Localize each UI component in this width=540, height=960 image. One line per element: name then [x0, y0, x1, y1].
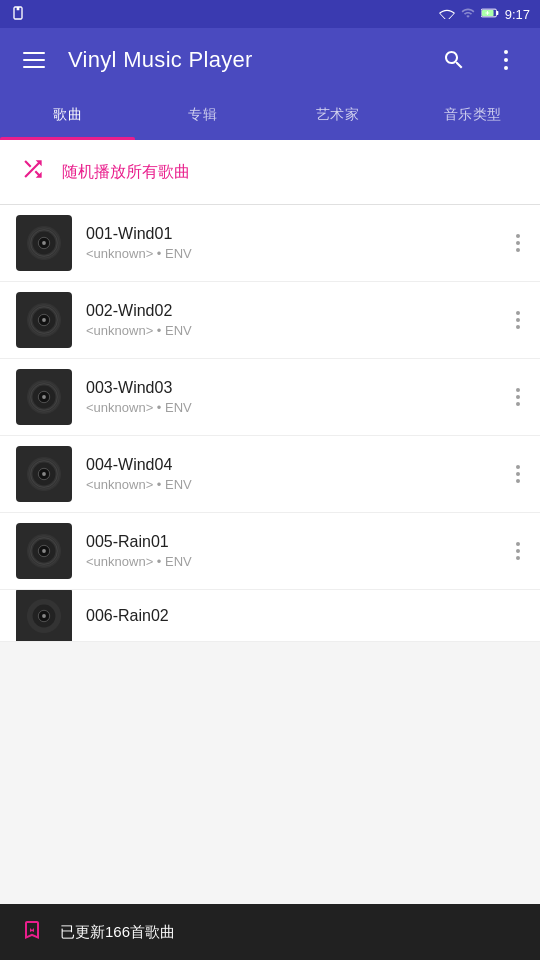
song-thumbnail [16, 590, 72, 642]
bottom-toast: 已更新166首歌曲 [0, 904, 540, 960]
vinyl-disc-icon [25, 455, 63, 493]
status-right: 9:17 [439, 6, 530, 23]
svg-point-14 [42, 318, 46, 322]
time-display: 9:17 [505, 7, 530, 22]
vinyl-disc-icon [25, 224, 63, 262]
song-title: 005-Rain01 [86, 533, 498, 551]
song-title: 001-Wind01 [86, 225, 498, 243]
song-meta: <unknown> • ENV [86, 477, 498, 492]
hamburger-icon [23, 52, 45, 68]
svg-point-38 [42, 614, 46, 618]
song-title: 006-Rain02 [86, 607, 524, 625]
shuffle-row[interactable]: 随机播放所有歌曲 [0, 140, 540, 205]
tab-artists[interactable]: 艺术家 [270, 92, 405, 138]
song-more-button[interactable] [512, 303, 524, 337]
song-thumbnail [16, 292, 72, 348]
song-more-button[interactable] [512, 457, 524, 491]
list-item[interactable]: 004-Wind04 <unknown> • ENV [0, 436, 540, 513]
sim-icon [10, 5, 26, 24]
song-thumbnail [16, 215, 72, 271]
vinyl-disc-icon [25, 301, 63, 339]
vinyl-disc-icon [25, 378, 63, 416]
app-bar: Vinyl Music Player [0, 28, 540, 92]
song-more-button[interactable] [512, 226, 524, 260]
song-info: 001-Wind01 <unknown> • ENV [86, 225, 498, 261]
song-title: 003-Wind03 [86, 379, 498, 397]
tab-albums[interactable]: 专辑 [135, 92, 270, 138]
signal-icon [461, 6, 475, 23]
shuffle-icon [20, 156, 46, 188]
song-more-button[interactable] [512, 380, 524, 414]
list-item[interactable]: 006-Rain02 [0, 590, 540, 642]
song-meta: <unknown> • ENV [86, 554, 498, 569]
song-thumbnail [16, 369, 72, 425]
svg-point-8 [42, 241, 46, 245]
toast-message: 已更新166首歌曲 [60, 923, 175, 942]
menu-button[interactable] [16, 42, 52, 78]
svg-rect-1 [496, 11, 498, 15]
overflow-menu-button[interactable] [488, 42, 524, 78]
page-title: Vinyl Music Player [68, 47, 420, 73]
list-item[interactable]: 001-Wind01 <unknown> • ENV [0, 205, 540, 282]
song-list: 001-Wind01 <unknown> • ENV 002-Wind02 <u… [0, 205, 540, 642]
search-icon [442, 48, 466, 72]
song-thumbnail [16, 523, 72, 579]
wifi-icon [439, 7, 455, 22]
shuffle-label: 随机播放所有歌曲 [62, 162, 190, 183]
tab-genres[interactable]: 音乐类型 [405, 92, 540, 138]
song-info: 003-Wind03 <unknown> • ENV [86, 379, 498, 415]
list-item[interactable]: 005-Rain01 <unknown> • ENV [0, 513, 540, 590]
list-item[interactable]: 002-Wind02 <unknown> • ENV [0, 282, 540, 359]
song-title: 004-Wind04 [86, 456, 498, 474]
status-bar: 9:17 [0, 0, 540, 28]
vinyl-disc-icon [25, 597, 63, 635]
song-meta: <unknown> • ENV [86, 400, 498, 415]
song-title: 002-Wind02 [86, 302, 498, 320]
song-meta: <unknown> • ENV [86, 246, 498, 261]
more-vert-icon [504, 50, 508, 70]
tabs-container: 歌曲 专辑 艺术家 音乐类型 [0, 92, 540, 140]
song-info: 006-Rain02 [86, 607, 524, 625]
song-thumbnail [16, 446, 72, 502]
song-info: 005-Rain01 <unknown> • ENV [86, 533, 498, 569]
vinyl-disc-icon [25, 532, 63, 570]
list-item[interactable]: 003-Wind03 <unknown> • ENV [0, 359, 540, 436]
music-bookmark-icon [20, 918, 44, 946]
battery-icon [481, 7, 499, 22]
svg-point-20 [42, 395, 46, 399]
svg-point-26 [42, 472, 46, 476]
search-button[interactable] [436, 42, 472, 78]
tab-songs[interactable]: 歌曲 [0, 92, 135, 138]
song-info: 004-Wind04 <unknown> • ENV [86, 456, 498, 492]
svg-point-32 [42, 549, 46, 553]
song-meta: <unknown> • ENV [86, 323, 498, 338]
song-more-button[interactable] [512, 534, 524, 568]
status-left [10, 5, 26, 24]
song-info: 002-Wind02 <unknown> • ENV [86, 302, 498, 338]
